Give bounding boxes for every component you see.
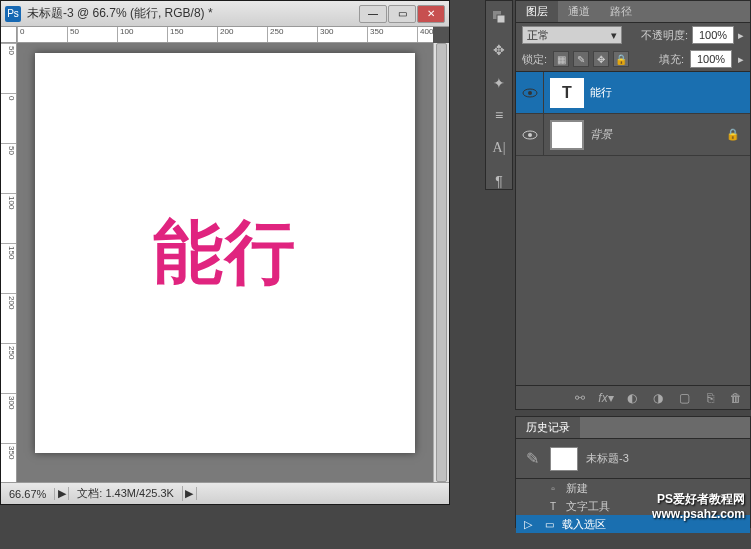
maximize-button[interactable]: ▭ bbox=[388, 5, 416, 23]
app-icon: Ps bbox=[5, 6, 21, 22]
ruler-tick: 150 bbox=[167, 27, 217, 42]
history-pointer-icon: ▷ bbox=[524, 518, 532, 531]
history-header[interactable]: ✎ 未标题-3 bbox=[516, 439, 750, 479]
scrollbar-thumb[interactable] bbox=[436, 43, 447, 482]
ruler-horizontal[interactable]: 0 50 100 150 200 250 300 350 400 bbox=[17, 27, 433, 43]
window-controls: — ▭ ✕ bbox=[359, 5, 445, 23]
ruler-tick: 50 bbox=[1, 143, 16, 193]
eye-icon bbox=[522, 129, 538, 141]
text-tool-icon: T bbox=[546, 499, 560, 513]
options-column: ✥ ✦ ≡ A| ¶ bbox=[485, 0, 513, 190]
doc-info-value: 1.43M/425.3K bbox=[105, 487, 174, 499]
document-window: Ps 未标题-3 @ 66.7% (能行, RGB/8) * — ▭ ✕ 0 5… bbox=[0, 0, 450, 505]
history-item-label: 文字工具 bbox=[566, 499, 610, 514]
visibility-toggle[interactable] bbox=[516, 72, 544, 113]
minimize-button[interactable]: — bbox=[359, 5, 387, 23]
new-doc-icon: ▫ bbox=[546, 481, 560, 495]
ruler-icon[interactable]: ≡ bbox=[490, 107, 508, 124]
visibility-toggle[interactable] bbox=[516, 114, 544, 155]
lock-row: 锁定: ▦ ✎ ✥ 🔒 填充: 100% ▸ bbox=[516, 47, 750, 71]
zoom-value[interactable]: 66.67% bbox=[1, 488, 55, 500]
ruler-tick: 250 bbox=[267, 27, 317, 42]
watermark-line: www.psahz.com bbox=[652, 507, 745, 523]
opacity-label: 不透明度: bbox=[641, 28, 688, 43]
layer-list: T 能行 背景 🔒 bbox=[516, 71, 750, 156]
fill-input[interactable]: 100% bbox=[690, 50, 732, 68]
scrollbar-vertical[interactable] bbox=[433, 43, 449, 482]
wand-icon[interactable]: ✦ bbox=[490, 74, 508, 91]
character-icon[interactable]: A| bbox=[490, 140, 508, 157]
ruler-tick: 100 bbox=[117, 27, 167, 42]
statusbar: 66.67% ▶ 文档: 1.43M/425.3K ▶ bbox=[1, 482, 449, 504]
svg-point-5 bbox=[528, 133, 532, 137]
svg-rect-1 bbox=[497, 15, 505, 23]
chevron-down-icon[interactable]: ▸ bbox=[738, 53, 744, 66]
lock-icon: 🔒 bbox=[726, 128, 740, 141]
history-doc-name: 未标题-3 bbox=[586, 451, 629, 466]
opacity-input[interactable]: 100% bbox=[692, 26, 734, 44]
doc-info-label: 文档: bbox=[77, 487, 102, 499]
mask-icon[interactable]: ◐ bbox=[624, 390, 640, 406]
blend-mode-value: 正常 bbox=[527, 28, 549, 43]
panel-tabs: 历史记录 bbox=[516, 417, 750, 439]
move-icon[interactable]: ✥ bbox=[490, 42, 508, 59]
ruler-tick: 100 bbox=[1, 193, 16, 243]
status-arrow-icon[interactable]: ▶ bbox=[183, 487, 197, 500]
artwork-text[interactable]: 能行 bbox=[153, 206, 297, 300]
canvas[interactable]: 能行 bbox=[35, 53, 415, 453]
lock-label: 锁定: bbox=[522, 52, 547, 67]
layer-row[interactable]: 背景 🔒 bbox=[516, 114, 750, 156]
selection-icon: ▭ bbox=[542, 517, 556, 531]
ruler-tick: 400 bbox=[417, 27, 433, 42]
new-layer-icon[interactable]: ⎘ bbox=[702, 390, 718, 406]
watermark-line: PS爱好者教程网 bbox=[652, 492, 745, 508]
ruler-tick: 0 bbox=[1, 93, 16, 143]
ruler-tick: 300 bbox=[317, 27, 367, 42]
layer-options-row: 正常 ▾ 不透明度: 100% ▸ bbox=[516, 23, 750, 47]
layer-name[interactable]: 背景 bbox=[590, 127, 726, 142]
watermark: PS爱好者教程网 www.psahz.com bbox=[652, 492, 745, 523]
ruler-tick: 50 bbox=[67, 27, 117, 42]
fill-label: 填充: bbox=[659, 52, 684, 67]
lock-transparency-icon[interactable]: ▦ bbox=[553, 51, 569, 67]
blend-mode-select[interactable]: 正常 ▾ bbox=[522, 26, 622, 44]
tab-paths[interactable]: 路径 bbox=[600, 1, 642, 22]
tab-channels[interactable]: 通道 bbox=[558, 1, 600, 22]
color-swatch-icon[interactable] bbox=[490, 9, 508, 26]
layer-row[interactable]: T 能行 bbox=[516, 72, 750, 114]
chevron-down-icon[interactable]: ▸ bbox=[738, 29, 744, 42]
adjustment-icon[interactable]: ◑ bbox=[650, 390, 666, 406]
history-item-label: 载入选区 bbox=[562, 517, 606, 532]
ruler-tick: 200 bbox=[1, 293, 16, 343]
ruler-corner[interactable] bbox=[1, 27, 17, 43]
layer-thumbnail[interactable] bbox=[550, 120, 584, 150]
history-snapshot-thumb[interactable] bbox=[550, 447, 578, 471]
paragraph-icon[interactable]: ¶ bbox=[490, 172, 508, 189]
trash-icon[interactable]: 🗑 bbox=[728, 390, 744, 406]
lock-all-icon[interactable]: 🔒 bbox=[613, 51, 629, 67]
ruler-tick: 0 bbox=[17, 27, 67, 42]
tab-history[interactable]: 历史记录 bbox=[516, 417, 580, 438]
window-title: 未标题-3 @ 66.7% (能行, RGB/8) * bbox=[27, 5, 359, 22]
titlebar[interactable]: Ps 未标题-3 @ 66.7% (能行, RGB/8) * — ▭ ✕ bbox=[1, 1, 449, 27]
fx-icon[interactable]: fx▾ bbox=[598, 390, 614, 406]
close-button[interactable]: ✕ bbox=[417, 5, 445, 23]
chevron-down-icon: ▾ bbox=[611, 29, 617, 42]
layers-footer: ⚯ fx▾ ◐ ◑ ▢ ⎘ 🗑 bbox=[516, 385, 750, 409]
lock-position-icon[interactable]: ✥ bbox=[593, 51, 609, 67]
ruler-vertical[interactable]: 50 0 50 100 150 200 250 300 350 bbox=[1, 43, 17, 482]
tab-layers[interactable]: 图层 bbox=[516, 1, 558, 22]
status-arrow-icon[interactable]: ▶ bbox=[55, 487, 69, 500]
group-icon[interactable]: ▢ bbox=[676, 390, 692, 406]
ruler-tick: 200 bbox=[217, 27, 267, 42]
panel-tabs: 图层 通道 路径 bbox=[516, 1, 750, 23]
history-brush-icon[interactable]: ✎ bbox=[522, 449, 542, 469]
link-layers-icon[interactable]: ⚯ bbox=[572, 390, 588, 406]
layer-name[interactable]: 能行 bbox=[590, 85, 750, 100]
layer-thumbnail[interactable]: T bbox=[550, 78, 584, 108]
canvas-area[interactable]: 能行 bbox=[17, 43, 433, 482]
doc-info[interactable]: 文档: 1.43M/425.3K bbox=[69, 486, 183, 501]
ruler-tick: 300 bbox=[1, 393, 16, 443]
ruler-tick: 150 bbox=[1, 243, 16, 293]
lock-pixels-icon[interactable]: ✎ bbox=[573, 51, 589, 67]
